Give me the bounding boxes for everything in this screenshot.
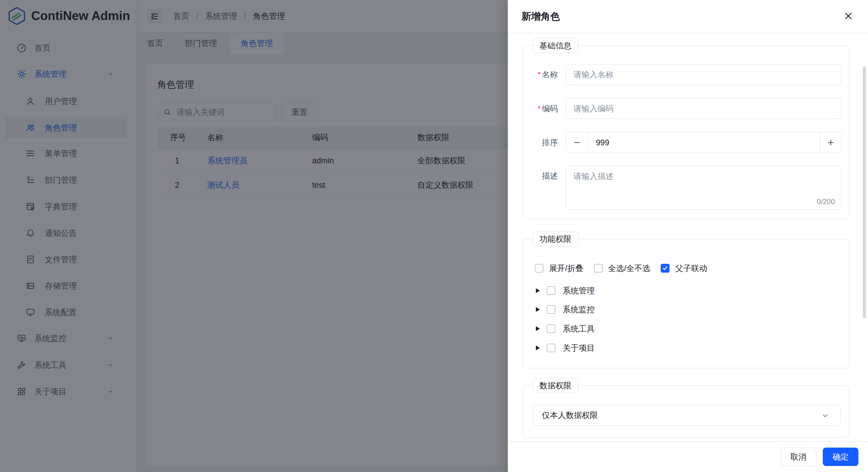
- basic-info-fieldset: 基础信息 *名称 *编码 排序 描述 0/200: [523, 46, 849, 219]
- description-field[interactable]: [566, 165, 842, 210]
- caret-right-icon[interactable]: [536, 326, 540, 331]
- checkbox-unchecked[interactable]: [547, 305, 555, 314]
- description-field-wrap: 0/200: [566, 165, 842, 210]
- tree-toggle-row: 展开/折叠 全选/全不选 父子联动: [535, 262, 707, 274]
- description-label: 描述: [529, 171, 558, 181]
- stepper-minus-button[interactable]: [566, 133, 588, 153]
- data-scope-value: 仅本人数据权限: [542, 410, 598, 421]
- parent-child-link-toggle[interactable]: 父子联动: [661, 263, 707, 274]
- function-permission-legend: 功能权限: [533, 231, 578, 247]
- checkbox-unchecked[interactable]: [547, 286, 555, 295]
- checkbox-unchecked[interactable]: [547, 324, 555, 333]
- chevron-down-icon: [821, 412, 829, 420]
- tree-node-system-monitor[interactable]: 系统监控: [523, 303, 595, 316]
- checkbox-unchecked[interactable]: [547, 343, 555, 352]
- drawer-header: 新增角色: [508, 0, 868, 33]
- app-root: ContiNew Admin 首页 系统管理 用户管理 角色管理 菜单管理 部门…: [0, 0, 868, 472]
- sort-label: 排序: [529, 138, 558, 147]
- code-field[interactable]: [566, 98, 842, 119]
- tree-node-about-project[interactable]: 关于项目: [523, 341, 595, 355]
- checkbox-checked[interactable]: [661, 264, 670, 273]
- tree-node-system-tools[interactable]: 系统工具: [523, 322, 595, 335]
- minus-icon: [573, 139, 581, 147]
- drawer-mask[interactable]: [0, 0, 508, 472]
- check-all-toggle[interactable]: 全选/全不选: [594, 263, 651, 274]
- expand-collapse-toggle[interactable]: 展开/折叠: [535, 263, 583, 274]
- code-label: *编码: [529, 104, 558, 113]
- drawer-footer: 取消 确定: [508, 441, 868, 472]
- caret-right-icon[interactable]: [536, 307, 540, 312]
- cancel-button[interactable]: 取消: [780, 448, 816, 466]
- function-permission-fieldset: 功能权限 展开/折叠 全选/全不选 父子联动: [523, 239, 849, 368]
- close-button[interactable]: [843, 11, 854, 22]
- checkbox-unchecked[interactable]: [535, 264, 543, 273]
- caret-right-icon[interactable]: [536, 288, 540, 293]
- data-permission-fieldset: 数据权限 仅本人数据权限: [523, 386, 849, 438]
- name-label: *名称: [529, 70, 558, 79]
- data-scope-select[interactable]: 仅本人数据权限: [533, 405, 841, 426]
- check-icon: [662, 265, 668, 271]
- sort-value-input[interactable]: [588, 133, 820, 153]
- caret-right-icon[interactable]: [536, 345, 540, 350]
- basic-info-legend: 基础信息: [533, 38, 578, 53]
- checkbox-unchecked[interactable]: [594, 264, 603, 273]
- required-asterisk: *: [537, 70, 541, 79]
- close-icon: [844, 11, 853, 21]
- plus-icon: [827, 139, 835, 147]
- name-field[interactable]: [566, 64, 842, 85]
- char-counter: 0/200: [817, 198, 835, 206]
- required-asterisk: *: [537, 104, 541, 113]
- confirm-button[interactable]: 确定: [823, 448, 858, 466]
- stepper-plus-button[interactable]: [820, 133, 841, 153]
- drawer-scrollbar[interactable]: [863, 67, 866, 318]
- add-role-drawer: 新增角色 基础信息 *名称 *编码 排序 描述: [508, 0, 868, 472]
- tree-node-system-management[interactable]: 系统管理: [523, 284, 595, 297]
- data-permission-legend: 数据权限: [533, 378, 578, 393]
- drawer-title: 新增角色: [521, 10, 560, 23]
- sort-stepper: [566, 132, 842, 153]
